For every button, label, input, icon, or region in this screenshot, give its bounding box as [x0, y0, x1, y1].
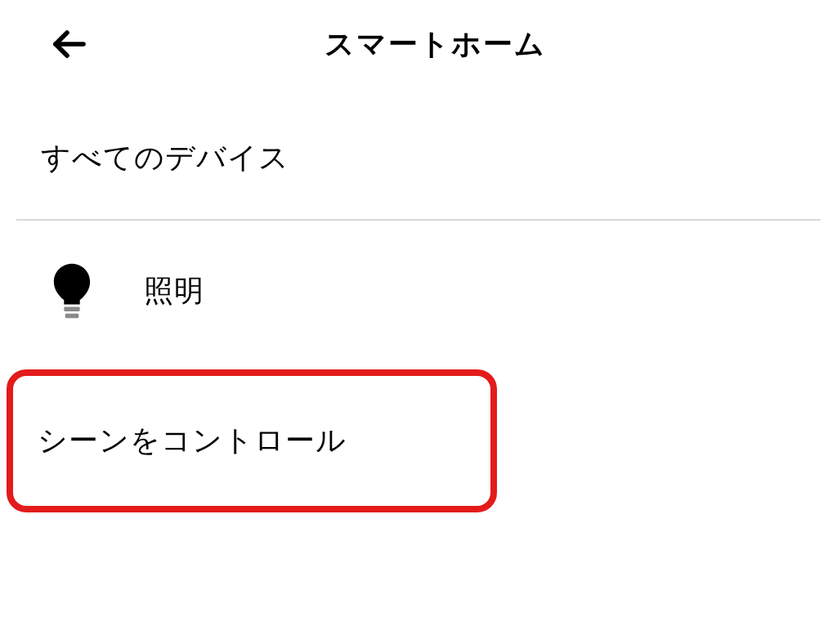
back-button[interactable] [49, 25, 88, 67]
svg-rect-2 [65, 314, 79, 319]
menu-list: すべてのデバイス 照明 [0, 97, 837, 361]
arrow-left-icon [49, 25, 88, 67]
lightbulb-icon [49, 262, 95, 320]
svg-rect-1 [64, 306, 79, 311]
list-item-all-devices[interactable]: すべてのデバイス [16, 97, 821, 221]
list-item-label: すべてのデバイス [41, 138, 289, 178]
list-item-label: シーンをコントロール [38, 421, 347, 461]
page-title: スマートホーム [49, 25, 821, 65]
list-item-label: 照明 [144, 271, 204, 311]
highlighted-item-scene-control: シーンをコントロール [7, 369, 497, 512]
page-header: スマートホーム [0, 0, 837, 97]
list-item-scene-control[interactable]: シーンをコントロール [13, 376, 490, 506]
list-item-lighting[interactable]: 照明 [16, 221, 821, 361]
